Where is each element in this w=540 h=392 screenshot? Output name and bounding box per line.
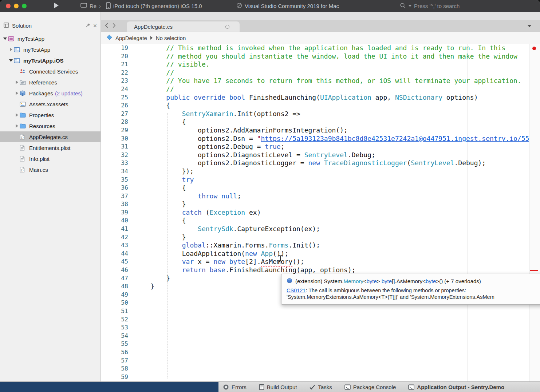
- breadcrumb-class[interactable]: AppDelegate: [115, 35, 147, 41]
- breadcrumb: AppDelegate No selection: [101, 32, 540, 44]
- code-line-40: {: [150, 217, 529, 225]
- package-console-button[interactable]: Package Console: [344, 384, 396, 390]
- disclosure-triangle[interactable]: [8, 58, 14, 63]
- errors-button[interactable]: Errors: [223, 384, 247, 390]
- code-line-29: options2.AddXamarinFormsIntegration();: [150, 126, 529, 135]
- code-line-26: {: [150, 102, 529, 110]
- navigate-back-button[interactable]: [105, 23, 109, 30]
- line-number: 56: [101, 348, 128, 357]
- tab-modified-indicator-icon[interactable]: [225, 25, 229, 29]
- code-line-56: [150, 348, 529, 357]
- disclosure-triangle[interactable]: [8, 47, 14, 52]
- overview-scrollbar[interactable]: [529, 44, 540, 381]
- tree-item-label: Main.cs: [29, 167, 48, 173]
- navigate-forward-button[interactable]: [112, 23, 116, 30]
- zoom-window-button[interactable]: [22, 4, 27, 8]
- tree-item-label: myTestApp: [23, 47, 50, 53]
- window-frame-icon: [80, 3, 87, 9]
- code-line-23: // You have 17 seconds to return from th…: [150, 77, 529, 85]
- disclosure-triangle[interactable]: [2, 36, 8, 41]
- tree-item-label: Connected Services: [29, 68, 78, 75]
- error-tooltip: (extension) System.Memory<byte> byte[].A…: [281, 274, 540, 305]
- minimize-window-button[interactable]: [14, 4, 19, 8]
- line-number: 53: [101, 324, 128, 332]
- sidebar-item-appdelegate-cs[interactable]: {} AppDelegate.cs: [0, 131, 100, 142]
- search-field[interactable]: Press '^,' to search: [400, 0, 460, 12]
- sidebar-item-properties[interactable]: Properties: [0, 110, 100, 120]
- statusbar-item-label: Tasks: [318, 384, 332, 390]
- line-number: 31: [101, 143, 128, 151]
- sidebar-item-references[interactable]: References: [0, 77, 100, 88]
- code-line-21: // visible.: [150, 60, 529, 69]
- run-button[interactable]: [54, 0, 59, 12]
- tasks-icon: [309, 384, 315, 390]
- line-number: 29: [101, 126, 128, 135]
- breadcrumb-selection[interactable]: No selection: [156, 35, 186, 41]
- configuration-selector[interactable]: Re ›: [80, 0, 101, 12]
- code-line-22: //: [150, 69, 529, 77]
- sidebar-item-mytestapp-ios[interactable]: myTestApp.iOS: [0, 55, 100, 66]
- disclosure-triangle[interactable]: [14, 112, 20, 118]
- sidebar-item-assets-xcassets[interactable]: Assets.xcassets: [0, 99, 100, 110]
- pin-pad-icon[interactable]: [86, 23, 90, 29]
- close-pad-icon[interactable]: ×: [93, 23, 97, 29]
- device-selector[interactable]: iPod touch (7th generation) iOS 15.0: [106, 0, 202, 12]
- sidebar-item-entitlements-plist[interactable]: Entitlements.plist: [0, 142, 100, 153]
- disclosure-triangle[interactable]: [14, 79, 20, 85]
- error-code-link[interactable]: CS0121: [287, 288, 306, 293]
- editor-area: AppDelegate.cs AppDelegate No selection …: [101, 12, 540, 381]
- disclosure-triangle[interactable]: [14, 90, 20, 96]
- solution-pad-title: Solution: [12, 23, 32, 29]
- disclosure-triangle[interactable]: [14, 68, 20, 74]
- sidebar-item-mytestapp[interactable]: myTestApp: [0, 33, 100, 44]
- disclosure-triangle[interactable]: [14, 145, 20, 151]
- tree-item-label: Packages: [29, 90, 53, 96]
- code-line-57: [150, 357, 529, 365]
- disclosure-triangle[interactable]: [14, 156, 20, 162]
- statusbar-item-label: Package Console: [353, 384, 396, 390]
- line-number: 38: [101, 200, 128, 209]
- line-number: 47: [101, 274, 128, 283]
- tree-item-label: AppDelegate.cs: [29, 134, 68, 140]
- sidebar-item-resources[interactable]: Resources: [0, 120, 100, 131]
- sentry-dsn-link[interactable]: https://5a193123a9b841bc8d8e42531e7242a1…: [261, 135, 529, 142]
- scrollbar-error-mark-icon: [530, 270, 538, 271]
- close-window-button[interactable]: [6, 4, 11, 8]
- tab-appdelegate[interactable]: AppDelegate.cs: [127, 21, 240, 32]
- tree-item-label: myTestApp.iOS: [23, 58, 64, 64]
- code-line-43: global::Xamarin.Forms.Forms.Init();: [150, 241, 529, 250]
- console-icon: [408, 384, 414, 390]
- sidebar-item-main-cs[interactable]: {} Main.cs: [0, 164, 100, 175]
- tree-item-label: References: [29, 79, 57, 86]
- line-number: 23: [101, 77, 128, 85]
- tree-item-label: Resources: [29, 123, 55, 129]
- tooltip-error-message: CS0121: The call is ambiguous between th…: [287, 288, 512, 300]
- sidebar-item-mytestapp[interactable]: myTestApp: [0, 44, 100, 55]
- code-lines: // This method is invoked when the appli…: [150, 44, 529, 381]
- disclosure-triangle[interactable]: [14, 134, 20, 140]
- line-number-gutter[interactable]: 1920212223242526272829303132333435363738…: [101, 44, 128, 381]
- tab-list-dropdown-icon[interactable]: [528, 25, 531, 27]
- code-line-33: options2.DiagnosticLogger = new TraceDia…: [150, 159, 529, 167]
- line-number: 46: [101, 266, 128, 274]
- build-output-button[interactable]: Build Output: [259, 384, 297, 390]
- line-number: 50: [101, 299, 128, 307]
- sidebar-item-info-plist[interactable]: Info.plist: [0, 153, 100, 164]
- sidebar-item-connected-services[interactable]: Connected Services: [0, 66, 100, 77]
- search-icon: [400, 3, 406, 10]
- disclosure-triangle[interactable]: [14, 167, 20, 173]
- line-number: 20: [101, 52, 128, 61]
- code-line-41: SentrySdk.CaptureException(ex);: [150, 225, 529, 233]
- application-output-button[interactable]: Application Output - Sentry.Demo: [408, 384, 504, 390]
- disclosure-triangle[interactable]: [14, 101, 20, 107]
- disclosure-triangle[interactable]: [14, 123, 20, 129]
- code-editor[interactable]: 1920212223242526272829303132333435363738…: [101, 44, 529, 381]
- solution-icon: [8, 36, 15, 42]
- tasks-button[interactable]: Tasks: [309, 384, 332, 390]
- code-line-58: [150, 365, 529, 373]
- tree-item-suffix: (2 updates): [55, 90, 83, 96]
- sidebar-item-packages[interactable]: Packages (2 updates): [0, 88, 100, 99]
- statusbar-item-label: Errors: [232, 384, 247, 390]
- code-line-59: [150, 373, 529, 381]
- code-line-35: try: [150, 176, 529, 184]
